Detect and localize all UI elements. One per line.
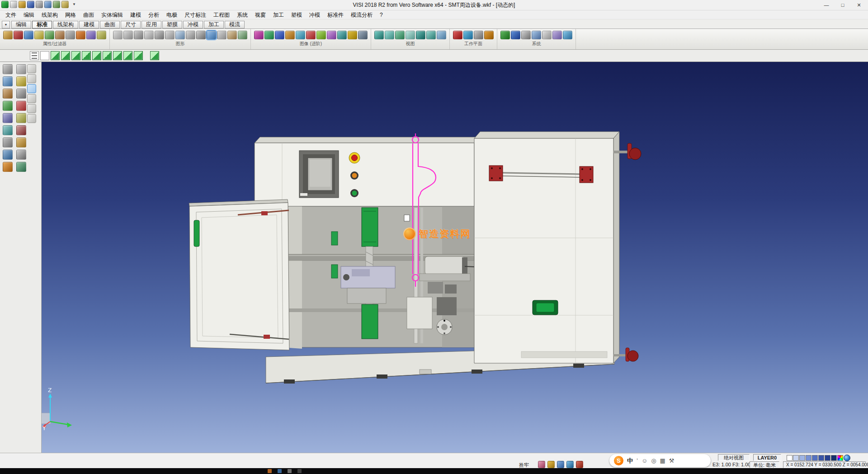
menu-item[interactable]: 实体编辑 bbox=[98, 10, 127, 19]
toolbar-tab[interactable]: 加工 bbox=[204, 21, 224, 28]
layer-color-swatch[interactable] bbox=[812, 455, 818, 461]
user-icon[interactable] bbox=[566, 461, 574, 468]
layer-color-swatch[interactable] bbox=[799, 455, 805, 461]
toolbar-tab[interactable]: 塑膜 bbox=[162, 21, 182, 28]
view-front-icon[interactable] bbox=[71, 51, 80, 60]
perspective-icon[interactable] bbox=[337, 31, 347, 39]
database-icon[interactable] bbox=[563, 31, 572, 39]
side-view-icon[interactable] bbox=[395, 31, 405, 39]
zoom-icon[interactable] bbox=[3, 125, 13, 135]
render-settings-icon[interactable] bbox=[348, 31, 357, 39]
zoom-extents-icon[interactable] bbox=[316, 31, 326, 39]
macro-icon[interactable] bbox=[552, 31, 562, 39]
sogou-logo[interactable]: S bbox=[614, 456, 623, 465]
erase-icon[interactable] bbox=[16, 101, 26, 111]
extrude-icon[interactable] bbox=[227, 31, 237, 39]
menu-item[interactable]: 标准件 bbox=[324, 10, 347, 19]
color-filter-icon[interactable] bbox=[45, 31, 54, 39]
toolbar-tab[interactable]: 编辑 bbox=[11, 21, 31, 28]
circle-icon[interactable] bbox=[144, 31, 154, 39]
workplane-auto-icon[interactable] bbox=[463, 31, 473, 39]
linetype-filter-icon[interactable] bbox=[55, 31, 65, 39]
toolbar-tab[interactable]: 模流 bbox=[225, 21, 245, 28]
toolbar-tab[interactable]: 应用 bbox=[142, 21, 161, 28]
layer-color-swatch[interactable] bbox=[787, 455, 793, 461]
layer-color-swatch[interactable] bbox=[806, 455, 811, 461]
notes-icon[interactable] bbox=[16, 162, 26, 172]
calculator-icon[interactable] bbox=[521, 31, 531, 39]
clipboard-paste-icon[interactable] bbox=[27, 94, 36, 103]
wireframe-view-icon[interactable] bbox=[264, 31, 274, 39]
render-icon[interactable] bbox=[547, 461, 555, 468]
revolve-icon[interactable] bbox=[238, 31, 247, 39]
view-iso2-icon[interactable] bbox=[123, 51, 132, 60]
capture-icon[interactable] bbox=[538, 461, 545, 468]
zoom-window-icon[interactable] bbox=[306, 31, 316, 39]
toolbar-tab[interactable]: 线架构 bbox=[53, 21, 78, 28]
menu-item[interactable]: 文件 bbox=[2, 10, 20, 19]
menu-item[interactable]: 分析 bbox=[145, 10, 163, 19]
menu-item[interactable]: 电极 bbox=[163, 10, 181, 19]
background-icon[interactable] bbox=[358, 31, 368, 39]
toolbar-tab[interactable]: 尺寸 bbox=[121, 21, 141, 28]
restore-button[interactable]: □ bbox=[835, 0, 851, 10]
ellipse-icon[interactable] bbox=[186, 31, 195, 39]
clipboard-clear-icon[interactable] bbox=[27, 114, 36, 123]
menu-item[interactable]: 系统 bbox=[233, 10, 251, 19]
minimize-button[interactable]: — bbox=[818, 0, 835, 10]
toolbar-tab[interactable]: 曲面 bbox=[100, 21, 120, 28]
measure-icon[interactable] bbox=[3, 101, 13, 111]
menu-item[interactable]: 模流分析 bbox=[347, 10, 376, 19]
menu-item[interactable]: 视窗 bbox=[251, 10, 269, 19]
taskbar-app-2[interactable] bbox=[278, 469, 282, 473]
select-icon[interactable] bbox=[3, 64, 13, 74]
menu-item[interactable]: ? bbox=[376, 10, 387, 19]
menu-item[interactable]: 尺寸标注 bbox=[181, 10, 210, 19]
menu-item[interactable]: 加工 bbox=[269, 10, 288, 19]
menu-item[interactable]: 网格 bbox=[61, 10, 80, 19]
units-indicator[interactable]: 单位: 毫米 bbox=[750, 461, 779, 468]
menu-item[interactable]: 工程图 bbox=[210, 10, 233, 19]
reset-filter-icon[interactable] bbox=[97, 31, 106, 39]
top-view-icon[interactable] bbox=[374, 31, 384, 39]
record-icon[interactable] bbox=[576, 461, 583, 468]
pan-view-icon[interactable] bbox=[296, 31, 305, 39]
layer-indicator[interactable]: LAYER0 bbox=[753, 454, 781, 461]
solid-box-icon[interactable] bbox=[196, 31, 206, 39]
filter-icon[interactable] bbox=[24, 31, 33, 39]
layer-color-swatch[interactable] bbox=[825, 455, 830, 461]
mirror-icon[interactable] bbox=[16, 125, 26, 135]
absolute-view-button[interactable]: 绝对视图 bbox=[718, 454, 750, 461]
world-icon[interactable] bbox=[844, 455, 850, 461]
dynamic-rotate-icon[interactable] bbox=[285, 31, 295, 39]
close-button[interactable]: ✕ bbox=[851, 0, 867, 10]
view-dynamic-icon[interactable] bbox=[150, 51, 159, 60]
linetype-icon[interactable] bbox=[16, 113, 26, 123]
snap-settings-icon[interactable] bbox=[532, 31, 541, 39]
hidden-line-icon[interactable] bbox=[275, 31, 284, 39]
tab-dropdown-icon[interactable]: ▼ bbox=[2, 21, 10, 28]
iso-view-icon[interactable] bbox=[406, 31, 415, 39]
menu-item[interactable]: 建模 bbox=[127, 10, 145, 19]
clipboard-history-icon[interactable] bbox=[27, 104, 36, 113]
trim-icon[interactable] bbox=[3, 150, 13, 160]
element-properties-icon[interactable] bbox=[3, 31, 13, 39]
grid-settings-icon[interactable] bbox=[500, 31, 510, 39]
toolbox-icon[interactable]: ⚒ bbox=[669, 454, 675, 467]
workplane-by-face-icon[interactable] bbox=[474, 31, 483, 39]
knife-icon[interactable] bbox=[16, 64, 26, 74]
toolbar-tab[interactable]: 标准 bbox=[32, 21, 52, 28]
preferences-icon[interactable] bbox=[542, 31, 552, 39]
view-left-icon[interactable] bbox=[92, 51, 101, 60]
layer-color-swatch[interactable] bbox=[818, 455, 824, 461]
line-icon[interactable] bbox=[123, 31, 133, 39]
workplane-reset-icon[interactable] bbox=[484, 31, 494, 39]
offset-icon[interactable] bbox=[16, 137, 26, 147]
multicolor-swatch[interactable] bbox=[837, 455, 843, 461]
array-icon[interactable] bbox=[3, 137, 13, 147]
punctuation-mode-icon[interactable]: ’ bbox=[637, 454, 638, 467]
menu-item[interactable]: 线架构 bbox=[38, 10, 61, 19]
clipboard-active-icon[interactable] bbox=[27, 84, 36, 93]
emoji-icon[interactable]: ☺ bbox=[642, 454, 647, 467]
system-display-icon[interactable] bbox=[511, 31, 520, 39]
